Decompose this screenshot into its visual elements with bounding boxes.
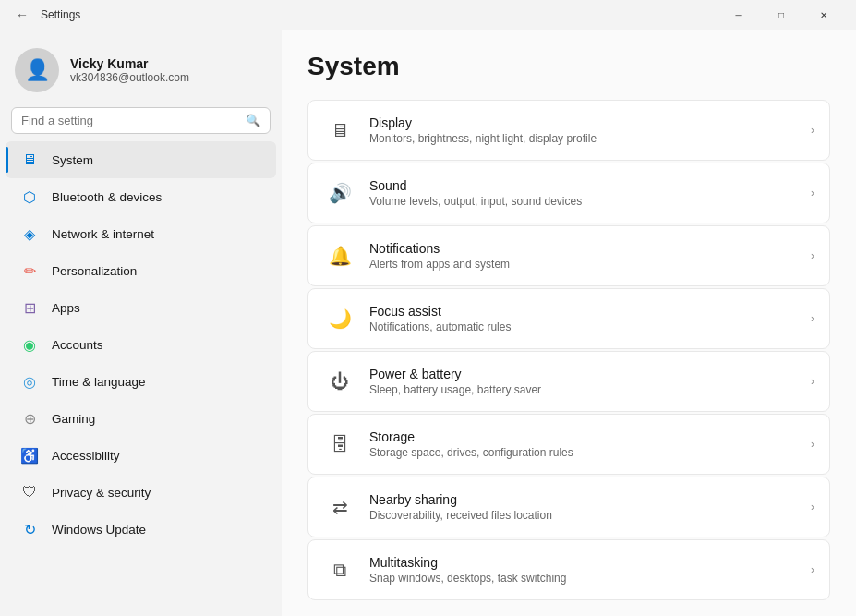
sidebar-item-time[interactable]: ◎Time & language bbox=[6, 363, 276, 400]
display-text: DisplayMonitors, brightness, night light… bbox=[369, 115, 811, 145]
settings-item-notifications[interactable]: 🔔NotificationsAlerts from apps and syste… bbox=[307, 225, 830, 286]
avatar: 👤 bbox=[15, 48, 59, 92]
focus-name: Focus assist bbox=[369, 304, 811, 319]
power-name: Power & battery bbox=[369, 367, 811, 381]
minimize-icon: ─ bbox=[735, 10, 741, 20]
settings-item-multitasking[interactable]: ⧉MultitaskingSnap windows, desktops, tas… bbox=[307, 539, 830, 600]
nearby-icon: ⇄ bbox=[323, 490, 356, 524]
storage-description: Storage space, drives, configuration rul… bbox=[369, 446, 811, 459]
multitasking-description: Snap windows, desktops, task switching bbox=[369, 572, 811, 585]
multitasking-name: Multitasking bbox=[369, 555, 811, 570]
sidebar-item-label-accounts: Accounts bbox=[52, 338, 103, 352]
maximize-button[interactable]: □ bbox=[760, 0, 802, 30]
sidebar-item-bluetooth[interactable]: ⬡Bluetooth & devices bbox=[6, 178, 276, 215]
sidebar-item-label-privacy: Privacy & security bbox=[52, 486, 151, 500]
search-box[interactable]: 🔍 bbox=[11, 107, 271, 134]
privacy-nav-icon: 🛡 bbox=[20, 483, 39, 501]
user-email: vk304836@outlook.com bbox=[70, 71, 189, 84]
search-icon: 🔍 bbox=[246, 114, 260, 127]
app-body: 👤 Vicky Kumar vk304836@outlook.com 🔍 🖥Sy… bbox=[0, 30, 856, 616]
focus-text: Focus assistNotifications, automatic rul… bbox=[369, 304, 811, 333]
sidebar: 👤 Vicky Kumar vk304836@outlook.com 🔍 🖥Sy… bbox=[0, 30, 282, 616]
power-description: Sleep, battery usage, battery saver bbox=[369, 383, 811, 396]
notifications-chevron-icon: › bbox=[811, 249, 814, 262]
sidebar-item-label-apps: Apps bbox=[52, 301, 80, 315]
maximize-icon: □ bbox=[778, 10, 784, 20]
settings-item-storage[interactable]: 🗄StorageStorage space, drives, configura… bbox=[307, 414, 830, 475]
display-chevron-icon: › bbox=[811, 124, 814, 137]
multitasking-chevron-icon: › bbox=[811, 563, 814, 576]
user-profile[interactable]: 👤 Vicky Kumar vk304836@outlook.com bbox=[0, 37, 282, 107]
user-info: Vicky Kumar vk304836@outlook.com bbox=[70, 56, 189, 84]
sidebar-item-gaming[interactable]: ⊕Gaming bbox=[6, 400, 276, 437]
power-text: Power & batterySleep, battery usage, bat… bbox=[369, 367, 811, 396]
sidebar-item-network[interactable]: ◈Network & internet bbox=[6, 215, 276, 252]
system-nav-icon: 🖥 bbox=[20, 151, 39, 169]
app-title: Settings bbox=[41, 8, 80, 21]
sidebar-item-label-personalization: Personalization bbox=[52, 264, 137, 278]
storage-chevron-icon: › bbox=[811, 438, 814, 451]
close-icon: ✕ bbox=[820, 10, 827, 20]
apps-nav-icon: ⊞ bbox=[20, 298, 39, 317]
display-icon: 🖥 bbox=[323, 114, 356, 147]
settings-list: 🖥DisplayMonitors, brightness, night ligh… bbox=[307, 100, 830, 600]
sidebar-item-personalization[interactable]: ✏Personalization bbox=[6, 252, 276, 289]
sound-description: Volume levels, output, input, sound devi… bbox=[369, 195, 811, 208]
multitasking-icon: ⧉ bbox=[323, 553, 356, 586]
personalization-nav-icon: ✏ bbox=[20, 261, 39, 280]
settings-item-display[interactable]: 🖥DisplayMonitors, brightness, night ligh… bbox=[307, 100, 830, 161]
update-nav-icon: ↻ bbox=[20, 520, 39, 538]
nearby-name: Nearby sharing bbox=[369, 492, 811, 507]
back-button[interactable]: ← bbox=[11, 4, 33, 26]
display-name: Display bbox=[369, 115, 811, 130]
sidebar-item-label-time: Time & language bbox=[52, 375, 146, 389]
focus-icon: 🌙 bbox=[323, 302, 356, 335]
storage-icon: 🗄 bbox=[323, 428, 356, 461]
storage-text: StorageStorage space, drives, configurat… bbox=[369, 429, 811, 459]
page-title: System bbox=[307, 52, 830, 81]
sidebar-item-label-network: Network & internet bbox=[52, 227, 154, 241]
storage-name: Storage bbox=[369, 429, 811, 444]
notifications-name: Notifications bbox=[369, 241, 811, 256]
focus-description: Notifications, automatic rules bbox=[369, 320, 811, 333]
notifications-text: NotificationsAlerts from apps and system bbox=[369, 241, 811, 271]
sidebar-item-apps[interactable]: ⊞Apps bbox=[6, 289, 276, 326]
gaming-nav-icon: ⊕ bbox=[20, 409, 39, 428]
avatar-icon: 👤 bbox=[25, 58, 50, 82]
sidebar-item-label-update: Windows Update bbox=[52, 523, 146, 537]
sound-name: Sound bbox=[369, 178, 811, 193]
sidebar-item-privacy[interactable]: 🛡Privacy & security bbox=[6, 474, 276, 511]
sound-chevron-icon: › bbox=[811, 187, 814, 199]
nav-list: 🖥System⬡Bluetooth & devices◈Network & in… bbox=[0, 141, 282, 548]
notifications-description: Alerts from apps and system bbox=[369, 258, 811, 271]
accounts-nav-icon: ◉ bbox=[20, 335, 39, 354]
multitasking-text: MultitaskingSnap windows, desktops, task… bbox=[369, 555, 811, 585]
settings-item-nearby[interactable]: ⇄Nearby sharingDiscoverability, received… bbox=[307, 477, 830, 537]
user-name: Vicky Kumar bbox=[70, 56, 189, 71]
main-content: System 🖥DisplayMonitors, brightness, nig… bbox=[282, 30, 856, 616]
accessibility-nav-icon: ♿ bbox=[20, 446, 39, 465]
sidebar-item-update[interactable]: ↻Windows Update bbox=[6, 511, 276, 548]
close-button[interactable]: ✕ bbox=[802, 0, 845, 30]
nearby-chevron-icon: › bbox=[811, 501, 814, 513]
time-nav-icon: ◎ bbox=[20, 372, 39, 391]
network-nav-icon: ◈ bbox=[20, 224, 39, 243]
window-controls: ─ □ ✕ bbox=[717, 0, 845, 30]
sound-icon: 🔊 bbox=[323, 176, 356, 210]
sidebar-item-system[interactable]: 🖥System bbox=[6, 141, 276, 178]
settings-item-power[interactable]: ⏻Power & batterySleep, battery usage, ba… bbox=[307, 351, 830, 412]
settings-item-focus[interactable]: 🌙Focus assistNotifications, automatic ru… bbox=[307, 288, 830, 349]
sidebar-item-accounts[interactable]: ◉Accounts bbox=[6, 326, 276, 363]
bluetooth-nav-icon: ⬡ bbox=[20, 187, 39, 206]
sidebar-item-label-gaming: Gaming bbox=[52, 412, 95, 426]
search-input[interactable] bbox=[21, 114, 238, 127]
sidebar-item-label-bluetooth: Bluetooth & devices bbox=[52, 190, 162, 204]
sound-text: SoundVolume levels, output, input, sound… bbox=[369, 178, 811, 208]
sidebar-item-accessibility[interactable]: ♿Accessibility bbox=[6, 437, 276, 474]
nearby-description: Discoverability, received files location bbox=[369, 509, 811, 522]
sidebar-item-label-system: System bbox=[52, 153, 93, 167]
settings-item-sound[interactable]: 🔊SoundVolume levels, output, input, soun… bbox=[307, 163, 830, 223]
back-icon: ← bbox=[16, 7, 29, 22]
minimize-button[interactable]: ─ bbox=[717, 0, 760, 30]
focus-chevron-icon: › bbox=[811, 312, 814, 325]
